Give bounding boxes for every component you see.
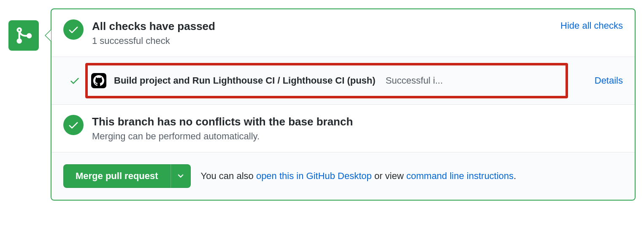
merge-pull-request-button[interactable]: Merge pull request: [63, 164, 170, 188]
merge-panel: All checks have passed 1 successful chec…: [51, 8, 636, 201]
conflicts-section: This branch has no conflicts with the ba…: [51, 105, 635, 152]
caret-down-icon: [178, 174, 184, 178]
checks-title: All checks have passed: [92, 19, 623, 34]
merge-footer-text: You can also open this in GitHub Desktop…: [201, 171, 517, 182]
conflicts-title: This branch has no conflicts with the ba…: [92, 115, 623, 129]
github-desktop-link[interactable]: open this in GitHub Desktop: [256, 171, 372, 181]
check-item-name: Build project and Run Lighthouse CI / Li…: [114, 75, 376, 86]
conflicts-subtitle: Merging can be performed automatically.: [92, 131, 623, 142]
conflicts-success-icon: [63, 115, 84, 135]
checks-subtitle: 1 successful check: [92, 35, 623, 46]
check-item-highlight: Build project and Run Lighthouse CI / Li…: [85, 63, 568, 98]
hide-all-checks-link[interactable]: Hide all checks: [560, 20, 623, 31]
check-item-status: Successful i...: [386, 75, 443, 86]
check-item-row: Build project and Run Lighthouse CI / Li…: [51, 57, 635, 105]
merge-options-dropdown[interactable]: [170, 164, 191, 188]
check-item-success-icon: [69, 75, 80, 86]
merge-footer: Merge pull request You can also open thi…: [51, 152, 635, 200]
merge-button-group: Merge pull request: [63, 164, 191, 188]
checks-summary-section: All checks have passed 1 successful chec…: [51, 9, 635, 57]
check-success-icon: [63, 19, 84, 40]
command-line-instructions-link[interactable]: command line instructions: [406, 171, 514, 181]
merge-status-icon: [8, 20, 39, 51]
check-details-link[interactable]: Details: [595, 75, 623, 86]
github-icon: [91, 73, 106, 88]
